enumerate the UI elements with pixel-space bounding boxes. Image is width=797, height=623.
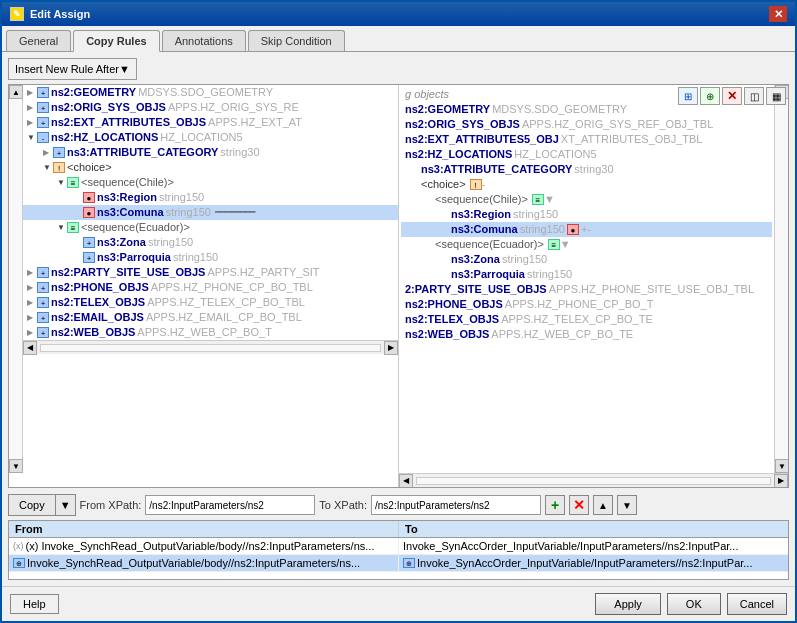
tree-toolbar: ⊞ ⊕ ✕ ◫ ▦ bbox=[678, 87, 786, 105]
tree-row[interactable]: ● ns3:Region string150 bbox=[23, 190, 398, 205]
help-button[interactable]: Help bbox=[10, 594, 59, 614]
right-hscroll-right[interactable]: ▶ bbox=[774, 474, 788, 488]
toolbar-delete-btn[interactable]: ✕ bbox=[722, 87, 742, 105]
insert-btn-arrow: ▼ bbox=[119, 63, 130, 75]
node-icon: ● bbox=[83, 192, 95, 203]
add-xpath-button[interactable]: + bbox=[545, 495, 565, 515]
toolbar-view-btn[interactable]: ◫ bbox=[744, 87, 764, 105]
tree-row[interactable]: ns2:PHONE_OBJS APPS.HZ_PHONE_CP_BO_T bbox=[401, 297, 772, 312]
row-icon: ⊕ bbox=[13, 558, 25, 568]
toolbar-add-btn[interactable]: ⊕ bbox=[700, 87, 720, 105]
cancel-button[interactable]: Cancel bbox=[727, 593, 787, 615]
node-icon: - bbox=[37, 132, 49, 143]
close-button[interactable]: ✕ bbox=[769, 6, 787, 22]
tree-row[interactable]: ▶ + ns2:TELEX_OBJS APPS.HZ_TELEX_CP_BO_T… bbox=[23, 295, 398, 310]
node-icon: + bbox=[83, 252, 95, 263]
apply-button[interactable]: Apply bbox=[595, 593, 661, 615]
insert-new-rule-button[interactable]: Insert New Rule After ▼ bbox=[8, 58, 137, 80]
tree-row-selected[interactable]: ● ns3:Comuna string150 ━━━━━━━━ bbox=[23, 205, 398, 220]
table-row-selected[interactable]: ⊕ Invoke_SynchRead_OutputVariable/body//… bbox=[9, 555, 788, 572]
toolbar-copy-btn[interactable]: ⊞ bbox=[678, 87, 698, 105]
delete-xpath-button[interactable]: ✕ bbox=[569, 495, 589, 515]
tree-row[interactable]: ns3:Zona string150 bbox=[401, 252, 772, 267]
right-hscroll: ◀ ▶ bbox=[399, 473, 788, 487]
tree-row[interactable]: ▼ ≡ <sequence(Ecuador)> bbox=[23, 220, 398, 235]
tab-copy-rules[interactable]: Copy Rules bbox=[73, 30, 160, 52]
tree-row[interactable]: ▶ + ns2:PHONE_OBJS APPS.HZ_PHONE_CP_BO_T… bbox=[23, 280, 398, 295]
table-area: From To (x) (x) Invoke_SynchRead_OutputV… bbox=[8, 520, 789, 580]
tree-row[interactable]: ▶ + ns2:PARTY_SITE_USE_OBJS APPS.HZ_PART… bbox=[23, 265, 398, 280]
tree-row[interactable]: <sequence(Chile)> ≡ ▼ bbox=[401, 192, 772, 207]
copy-row: Copy ▼ From XPath: To XPath: + ✕ ▲ ▼ bbox=[8, 494, 789, 516]
hscroll-right[interactable]: ▶ bbox=[384, 341, 398, 355]
node-icon: + bbox=[83, 237, 95, 248]
node-icon: ! bbox=[53, 162, 65, 173]
insert-row: Insert New Rule After ▼ bbox=[8, 58, 789, 80]
node-icon: ! bbox=[470, 179, 482, 190]
right-scroll-down[interactable]: ▼ bbox=[775, 459, 788, 473]
node-icon: + bbox=[37, 87, 49, 98]
from-xpath-input[interactable] bbox=[145, 495, 315, 515]
to-xpath-label: To XPath: bbox=[319, 499, 367, 511]
tree-row[interactable]: ns2:TELEX_OBJS APPS.HZ_TELEX_CP_BO_TE bbox=[401, 312, 772, 327]
table-cell-to-selected: ⊕ Invoke_SynAccOrder_InputVariable/Input… bbox=[399, 555, 788, 571]
node-icon: + bbox=[53, 147, 65, 158]
node-icon: ≡ bbox=[548, 239, 560, 250]
tab-skip-condition[interactable]: Skip Condition bbox=[248, 30, 345, 51]
tree-row[interactable]: ▶ + ns2:WEB_OBJS APPS.HZ_WEB_CP_BO_T bbox=[23, 325, 398, 340]
tree-row[interactable]: ▶ + ns2:EXT_ATTRIBUTES_OBJS APPS.HZ_EXT_… bbox=[23, 115, 398, 130]
tree-row[interactable]: ▼ - ns2:HZ_LOCATIONS HZ_LOCATION5 bbox=[23, 130, 398, 145]
left-vscroll: ▲ ▼ bbox=[9, 85, 23, 473]
tree-row[interactable]: <choice> ! - bbox=[401, 177, 772, 192]
col-from: From bbox=[9, 521, 399, 537]
tab-annotations[interactable]: Annotations bbox=[162, 30, 246, 51]
node-icon: ● bbox=[567, 224, 579, 235]
copy-button[interactable]: Copy bbox=[9, 495, 56, 515]
tree-row[interactable]: ns2:WEB_OBJS APPS.HZ_WEB_CP_BO_TE bbox=[401, 327, 772, 342]
tree-row[interactable]: <sequence(Ecuador)> ≡ ▼ bbox=[401, 237, 772, 252]
left-scroll-down[interactable]: ▼ bbox=[9, 459, 23, 473]
table-cell-to: Invoke_SynAccOrder_InputVariable/InputPa… bbox=[399, 538, 788, 554]
row-icon: ⊕ bbox=[403, 558, 415, 568]
hscroll-left[interactable]: ◀ bbox=[23, 341, 37, 355]
tree-row[interactable]: ns3:ATTRIBUTE_CATEGORY string30 bbox=[401, 162, 772, 177]
move-up-button[interactable]: ▲ bbox=[593, 495, 613, 515]
copy-dropdown-arrow[interactable]: ▼ bbox=[56, 495, 75, 515]
node-icon: + bbox=[37, 117, 49, 128]
toolbar-grid-btn[interactable]: ▦ bbox=[766, 87, 786, 105]
tree-row[interactable]: ▼ ! <choice> bbox=[23, 160, 398, 175]
split-tree-container: ▲ ▼ ▶ + ns2:GEOMETRY MDSYS.SDO_GEOMETRY bbox=[9, 85, 788, 487]
tree-row[interactable]: ▶ + ns2:EMAIL_OBJS APPS.HZ_EMAIL_CP_BO_T… bbox=[23, 310, 398, 325]
node-icon: + bbox=[37, 267, 49, 278]
left-hscroll: ◀ ▶ bbox=[23, 340, 398, 354]
tree-row[interactable]: ▶ + ns2:ORIG_SYS_OBJS APPS.HZ_ORIG_SYS_R… bbox=[23, 100, 398, 115]
tree-row[interactable]: ns3:Region string150 bbox=[401, 207, 772, 222]
right-tree-pane: g objects ns2:GEOMETRY MDSYS.SDO_GEOMETR… bbox=[399, 85, 788, 487]
to-xpath-input[interactable] bbox=[371, 495, 541, 515]
tree-row[interactable]: + ns3:Parroquia string150 bbox=[23, 250, 398, 265]
move-down-button[interactable]: ▼ bbox=[617, 495, 637, 515]
ok-button[interactable]: OK bbox=[667, 593, 721, 615]
tree-row[interactable]: ns2:HZ_LOCATIONS HZ_LOCATION5 bbox=[401, 147, 772, 162]
tree-row[interactable]: 2:PARTY_SITE_USE_OBJS APPS.HZ_PHONE_SITE… bbox=[401, 282, 772, 297]
tree-row-selected[interactable]: ns3:Comuna string150 ● + - bbox=[401, 222, 772, 237]
tab-general[interactable]: General bbox=[6, 30, 71, 51]
left-tree-content: ▶ + ns2:GEOMETRY MDSYS.SDO_GEOMETRY ▶ + … bbox=[23, 85, 398, 340]
tree-row[interactable]: + ns3:Zona string150 bbox=[23, 235, 398, 250]
table-cell-from: (x) (x) Invoke_SynchRead_OutputVariable/… bbox=[9, 538, 399, 554]
right-hscroll-left[interactable]: ◀ bbox=[399, 474, 413, 488]
window-icon: ✎ bbox=[10, 7, 24, 21]
tree-row[interactable]: ▶ + ns2:GEOMETRY MDSYS.SDO_GEOMETRY bbox=[23, 85, 398, 100]
left-scroll-up[interactable]: ▲ bbox=[9, 85, 23, 99]
footer: Help Apply OK Cancel bbox=[2, 586, 795, 621]
footer-buttons: Apply OK Cancel bbox=[595, 593, 787, 615]
tree-row[interactable]: ns2:ORIG_SYS_OBJS APPS.HZ_ORIG_SYS_REF_O… bbox=[401, 117, 772, 132]
tree-row[interactable]: ▼ ≡ <sequence(Chile)> bbox=[23, 175, 398, 190]
tree-row[interactable]: ns3:Parroquia string150 bbox=[401, 267, 772, 282]
table-row[interactable]: (x) (x) Invoke_SynchRead_OutputVariable/… bbox=[9, 538, 788, 555]
tree-row[interactable]: ▶ + ns3:ATTRIBUTE_CATEGORY string30 bbox=[23, 145, 398, 160]
node-icon: + bbox=[37, 102, 49, 113]
window-title: Edit Assign bbox=[30, 8, 90, 20]
right-vscroll: ▲ ▼ bbox=[774, 85, 788, 473]
tree-row[interactable]: ns2:EXT_ATTRIBUTES5_OBJ XT_ATTRIBUTES_OB… bbox=[401, 132, 772, 147]
